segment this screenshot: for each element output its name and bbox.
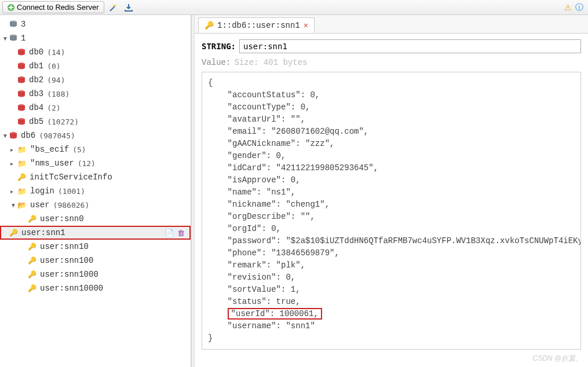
copy-icon[interactable]: 📄 [165,229,174,237]
key-icon: 🔑 [17,173,26,181]
db-node: db1 [29,61,43,71]
key-icon: 🔑 [9,229,18,237]
top-toolbar: Connect to Redis Server ⚠ ⓘ [0,0,588,15]
folder-node: user [30,200,50,210]
server-node: 1 [21,34,25,43]
db-node: db4 [29,103,43,112]
database-icon [17,63,25,69]
db-node: db3 [29,89,43,98]
database-icon [17,118,25,125]
tree-key-node[interactable]: 🔑user:snn0 [0,212,191,226]
tree-key-node[interactable]: 🔑user:snn10000 [0,281,191,295]
key-node: user:snn0 [40,214,84,223]
tab-key[interactable]: 🔑 1::db6::user:snn1 ✕ [198,17,315,33]
key-icon: 🔑 [28,256,36,265]
connect-button[interactable]: Connect to Redis Server [2,1,104,13]
content-pane: 🔑 1::db6::user:snn1 ✕ STRING: Value: Siz… [195,15,588,367]
sidebar-tree[interactable]: 3▼1db0(14)db1(0)db2(94)db3(188)db4(2)db5… [0,15,191,367]
key-node: user:snn100 [40,256,93,265]
database-icon [17,49,25,56]
server-node: 3 [21,20,25,29]
key-name-input[interactable] [239,39,581,53]
tab-title: 1::db6::user:snn1 [217,21,300,30]
folder-icon: 📁 [17,187,27,196]
close-icon[interactable]: ✕ [304,20,308,30]
plus-icon [8,4,14,11]
db-node: db5 [29,117,43,126]
folder-icon: 📁 [17,145,27,154]
wand-icon[interactable] [108,2,119,13]
server-icon [9,20,17,29]
db-node: db2 [29,75,43,85]
server-icon [9,34,17,43]
folder-node: login [30,186,54,196]
import-icon[interactable] [123,2,134,13]
key-icon: 🔑 [28,270,36,278]
folder-node: "nms_user [30,159,74,168]
tree-key-node[interactable]: 🔑user:snn100 [0,254,191,267]
key-node: initTcServiceInfo [30,173,112,182]
db-node: db0 [29,47,43,57]
database-icon [17,90,25,97]
tree-key-node[interactable]: 🔑user:snn1000 [0,267,191,281]
folder-node: "bs_ecif [30,145,69,154]
key-node: user:snn1 [21,228,65,237]
tree-key-node[interactable]: 🔑user:snn1📄🗑 [0,226,191,240]
key-icon: 🔑 [28,243,36,251]
key-icon: 🔑 [204,21,214,30]
key-node: user:snn1000 [40,270,98,279]
delete-icon[interactable]: 🗑 [177,229,185,237]
value-json[interactable]: { "accountStatus": 0, "accountType": 0, … [202,72,581,350]
key-node: user:snn10000 [40,284,103,293]
folder-open-icon: 📂 [17,201,27,210]
warning-icon[interactable]: ⚠ [564,3,572,12]
size-hint: Size: 401 bytes [234,58,307,67]
connect-label: Connect to Redis Server [17,3,99,12]
database-icon [17,104,25,111]
db-node: db6 [21,131,35,140]
info-icon[interactable]: ⓘ [575,2,583,13]
database-icon [17,76,25,83]
folder-icon: 📁 [17,159,27,168]
key-icon: 🔑 [28,215,36,223]
tab-bar: 🔑 1::db6::user:snn1 ✕ [195,15,588,34]
value-label: Value: [202,58,231,67]
watermark: CSDN @折翼、 [532,354,582,364]
key-node: user:snn10 [40,242,89,251]
tree-key-node[interactable]: 🔑user:snn10 [0,240,191,254]
type-label: STRING: [202,42,236,51]
key-icon: 🔑 [28,284,36,292]
database-icon [9,132,17,139]
